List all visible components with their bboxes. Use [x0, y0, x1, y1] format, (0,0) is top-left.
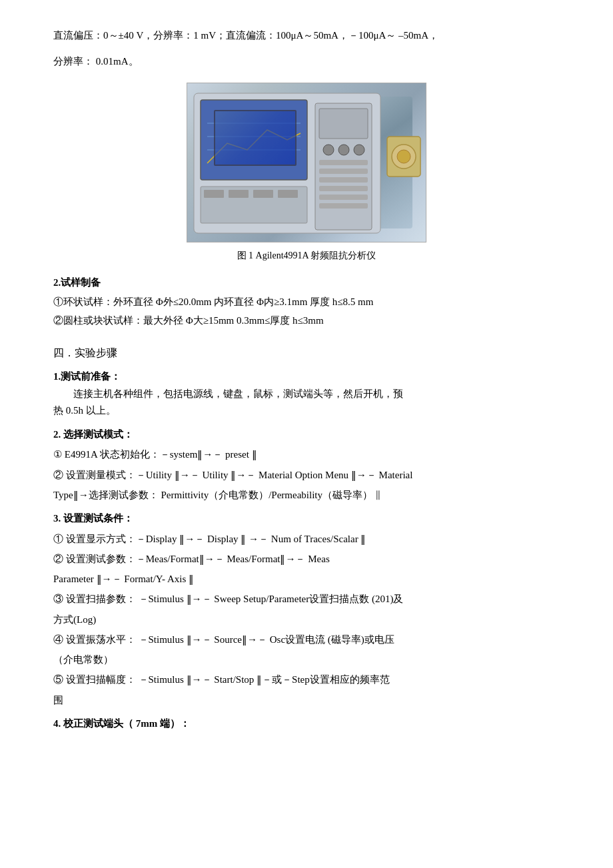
step2-item2b: Type‖→选择测试参数： Permittivity（介电常数）/Permeab… — [53, 486, 560, 504]
step4-block: 4. 校正测试端头（ 7mm 端）： — [53, 715, 560, 733]
step3-item1: ① 设置显示方式：－Display ‖→－ Display ‖ →－ Num o… — [53, 530, 560, 548]
step1-title: 1.测试前准备： — [53, 368, 560, 386]
step4-title: 4. 校正测试端头（ 7mm 端）： — [53, 715, 560, 733]
step3-item4b: （介电常数） — [53, 651, 560, 668]
svg-rect-10 — [319, 160, 368, 165]
svg-point-7 — [323, 145, 334, 155]
svg-rect-14 — [319, 195, 368, 200]
step3-item4a: ④ 设置振荡水平： －Stimulus ‖→－ Source‖→－ Osc设置电… — [53, 631, 560, 648]
svg-point-8 — [338, 145, 349, 155]
step3-item3b: 方式(Log) — [53, 611, 560, 628]
instrument-figure: 图 1 Agilent4991A 射频阻抗分析仪 — [53, 83, 560, 264]
svg-rect-15 — [319, 203, 368, 209]
step3-item2a: ② 设置测试参数：－Meas/Format‖→－ Meas/Format‖→－ … — [53, 550, 560, 568]
svg-rect-11 — [319, 169, 368, 174]
sample-item1: ①环状试样：外环直径 Φ外≤20.0mm 内环直径 Φ内≥3.1mm 厚度 h≤… — [53, 294, 560, 311]
step3-item3a: ③ 设置扫描参数： －Stimulus ‖→－ Sweep Setup/Para… — [53, 590, 560, 608]
step3-block: 3. 设置测试条件： ① 设置显示方式：－Display ‖→－ Display… — [53, 510, 560, 709]
section4-header: 四．实验步骤 — [53, 344, 560, 362]
intro-line2: 分辨率： 0.01mA。 — [53, 53, 560, 71]
step3-item5b: 围 — [53, 691, 560, 709]
svg-rect-1 — [201, 100, 307, 180]
svg-rect-19 — [253, 190, 273, 198]
svg-rect-20 — [278, 190, 298, 198]
svg-rect-13 — [319, 186, 368, 191]
step1-block: 1.测试前准备： 连接主机各种组件，包括电源线，键盘，鼠标，测试端头等，然后开机… — [53, 368, 560, 420]
figure-caption: 图 1 Agilent4991A 射频阻抗分析仪 — [237, 248, 376, 264]
svg-rect-18 — [229, 190, 249, 198]
svg-rect-6 — [319, 109, 368, 139]
svg-rect-12 — [319, 177, 368, 183]
svg-rect-17 — [204, 190, 224, 198]
step1-para1: 连接主机各种组件，包括电源线，键盘，鼠标，测试端头等，然后开机，预 — [53, 386, 560, 403]
step3-item5a: ⑤ 设置扫描幅度： －Stimulus ‖→－ Start/Stop ‖－或－S… — [53, 671, 560, 688]
step2-title: 2. 选择测试模式： — [53, 426, 560, 444]
section4-title: 四．实验步骤 — [53, 344, 560, 362]
section-sample-prep: 2.试样制备 ①环状试样：外环直径 Φ外≤20.0mm 内环直径 Φ内≥3.1m… — [53, 274, 560, 330]
step2-item1: ① E4991A 状态初始化：－system‖→－ preset ‖ — [53, 446, 560, 463]
step3-item2b: Parameter ‖→－ Format/Y- Axis ‖ — [53, 570, 560, 588]
sample-item2: ②圆柱或块状试样：最大外径 Φ大≥15mm 0.3mm≤厚度 h≤3mm — [53, 312, 560, 330]
instrument-photo — [187, 83, 426, 242]
intro-line1: 直流偏压：0～±40 V，分辨率：1 mV；直流偏流：100μA～50mA，－1… — [53, 27, 560, 45]
step2-block: 2. 选择测试模式： ① E4991A 状态初始化：－system‖→－ pre… — [53, 426, 560, 504]
step2-item2a: ② 设置测量模式：－Utility ‖→－ Utility ‖→－ Materi… — [53, 466, 560, 484]
svg-point-23 — [397, 150, 410, 163]
step1-para2: 热 0.5h 以上。 — [53, 402, 560, 420]
step3-title: 3. 设置测试条件： — [53, 510, 560, 528]
svg-point-9 — [354, 145, 364, 155]
section2-title: 2.试样制备 — [53, 274, 560, 292]
